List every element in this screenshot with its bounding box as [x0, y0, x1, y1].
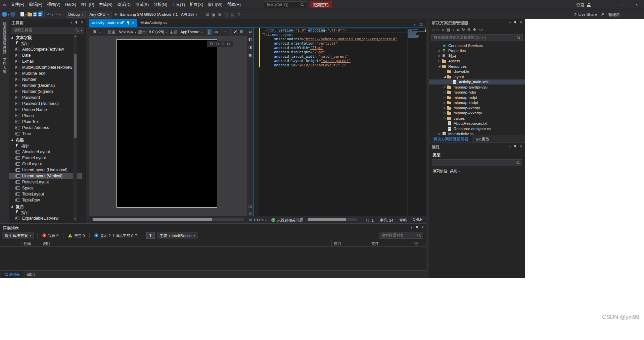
toolbox-item[interactable]: Date — [9, 52, 82, 58]
tree-item[interactable]: ▷mipmap-xxhdpi — [429, 105, 525, 111]
theme-dropdown-icon[interactable] — [201, 30, 203, 34]
toolbox-item[interactable]: Time — [9, 131, 82, 137]
fold-cell[interactable] — [261, 54, 266, 59]
quick-search-input[interactable] — [266, 2, 301, 7]
filter-button[interactable] — [146, 232, 155, 239]
swap-panes-icon[interactable]: ⇄ — [248, 30, 251, 34]
toolbox-item[interactable]: TableLayout — [9, 191, 82, 197]
panel-tab[interactable]: 输出 — [24, 271, 38, 278]
theme-value[interactable]: AppTheme — [180, 30, 199, 34]
menu-item[interactable]: 项目(P) — [78, 0, 96, 9]
navigate-forward-icon[interactable]: → — [10, 12, 15, 17]
warnings-filter-button[interactable]: 警告 0 — [67, 232, 86, 239]
forward-icon[interactable]: ▷ — [436, 27, 439, 32]
maximize-button[interactable]: □ — [614, 0, 629, 9]
error-search-box[interactable] — [379, 232, 423, 239]
toolbox-item[interactable]: 指针 — [9, 40, 82, 46]
designer-horizontal-scrollbar[interactable] — [89, 218, 247, 221]
tree-item[interactable]: ▷values — [429, 116, 525, 121]
toolbox-group-header[interactable]: ◢文本字段 — [9, 34, 82, 40]
panel-tab[interactable]: Git 更改 — [472, 135, 493, 143]
zoom-control[interactable]: ⊞ 100 % — [249, 218, 267, 222]
toolbox-item[interactable]: Password (Numeric) — [9, 101, 82, 107]
toolbox-item[interactable]: MultiAutoCompleteTextView — [9, 64, 82, 70]
column-icon[interactable] — [0, 240, 21, 246]
new-item-icon[interactable] — [20, 12, 24, 16]
tree-item[interactable]: ◢layout — [429, 74, 525, 79]
toolbox-item[interactable]: 指针 — [9, 209, 82, 215]
sign-in-button[interactable]: 登录 — [576, 2, 591, 8]
tree-expander-icon[interactable]: ◢ — [443, 75, 447, 78]
toolbox-item[interactable]: Person Name — [9, 107, 82, 113]
toolbox-item[interactable]: Password — [9, 95, 82, 101]
toolbox-item[interactable]: AutoCompleteTextView — [9, 46, 82, 52]
toolbox-search-box[interactable] — [11, 27, 84, 34]
toolbox-item[interactable]: Number — [9, 76, 82, 82]
tree-item[interactable]: Connected Services — [429, 43, 525, 48]
document-tab[interactable]: activity_main.xml* — [89, 19, 137, 27]
code-editor[interactable]: <?xml version="1.0" encoding="utf-8"?><L… — [266, 27, 407, 216]
tree-expander-icon[interactable]: ▷ — [443, 96, 447, 99]
split-left-icon[interactable]: ◧ — [248, 37, 252, 42]
split-vertical-icon[interactable]: ◫ — [248, 204, 252, 208]
pending-changes-icon[interactable]: ↕ — [452, 27, 454, 32]
solution-explorer-header[interactable]: 解决方案资源管理器 — [429, 19, 525, 26]
zoom-in-icon[interactable]: ⊕ — [221, 42, 225, 46]
settings-icon[interactable]: ⚙ — [236, 12, 242, 17]
tree-item[interactable]: drawable — [429, 69, 525, 74]
quick-search-box[interactable] — [264, 1, 306, 8]
redo-icon[interactable]: ↷ — [54, 12, 58, 17]
menu-item[interactable]: 扩展(X) — [187, 0, 205, 9]
tree-expander-icon[interactable]: ◢ — [437, 65, 442, 68]
menu-item[interactable]: 帮助(H) — [225, 0, 243, 9]
code-folding-margin[interactable]: - — [261, 27, 266, 216]
device-dropdown-icon[interactable] — [135, 30, 136, 34]
column-header[interactable]: 行 — [412, 240, 426, 246]
toolbox-search-input[interactable] — [13, 28, 74, 33]
edit-icon[interactable] — [233, 30, 237, 34]
menu-item[interactable]: 调试(D) — [114, 0, 133, 9]
scroll-up-icon[interactable]: ▲ — [73, 34, 77, 38]
toolbox-item[interactable]: Phone — [9, 113, 82, 119]
toolbox-scrollbar[interactable]: ▲ ▼ — [73, 34, 77, 221]
device-preview-canvas[interactable] — [117, 39, 217, 208]
tree-item[interactable]: AboutResources.txt — [429, 121, 525, 126]
fold-cell[interactable] — [261, 63, 266, 67]
column-header[interactable]: 项目 — [332, 240, 369, 246]
back-dropdown-icon[interactable] — [8, 12, 9, 17]
share-icon[interactable]: ↗ — [601, 12, 604, 17]
document-tab[interactable]: MainActivity.cs — [137, 19, 170, 27]
toolbox-item[interactable]: Postal Address — [9, 125, 82, 131]
version-value[interactable]: 9.0 (v28) — [149, 30, 164, 34]
document-health-indicator[interactable]: ✓ 未找到相关问题 — [271, 217, 303, 223]
tree-expander-icon[interactable]: ▷ — [437, 54, 442, 57]
switch-views-icon[interactable]: ▤ — [447, 27, 450, 32]
toolbox-item[interactable]: AbsoluteLayout — [9, 149, 82, 155]
menu-item[interactable]: 工具(T) — [170, 0, 187, 9]
menu-item[interactable]: 窗口(W) — [205, 0, 225, 9]
pane-splitter[interactable]: ⇄◧◨▣◫⊟ — [247, 27, 254, 216]
menu-item[interactable]: Git(G) — [63, 0, 79, 9]
pin-icon[interactable] — [127, 21, 130, 25]
grid-settings-dropdown-icon[interactable] — [99, 30, 101, 34]
window-position-icon[interactable] — [71, 20, 72, 25]
toolbox-item[interactable]: Number (Signed) — [9, 89, 82, 95]
toolbox-item[interactable]: Number (Decimal) — [9, 82, 82, 89]
close-icon[interactable] — [520, 20, 522, 25]
window-position-icon[interactable] — [509, 20, 511, 25]
open-folder-icon[interactable] — [28, 13, 32, 16]
zoom-dropdown-icon[interactable] — [265, 218, 267, 222]
panel-tab[interactable]: 解决方案资源管理器 — [430, 135, 472, 143]
tree-expander-icon[interactable]: ▷ — [443, 117, 447, 120]
split-right-icon[interactable]: ◨ — [248, 45, 252, 49]
layout-grid-icon[interactable]: ⊞ — [217, 12, 223, 17]
toolbox-item[interactable]: LinearLayout (Horizontal) — [9, 167, 82, 173]
fold-cell[interactable] — [261, 50, 266, 54]
toolbox-item[interactable]: FrameLayout — [9, 155, 82, 161]
panel-tab[interactable]: 错误列表 — [1, 271, 23, 278]
tree-item[interactable]: ▷mipmap-xhdpi — [429, 100, 525, 106]
fold-cell[interactable]: - — [261, 33, 266, 37]
tree-item[interactable]: ▷Assets — [429, 59, 525, 64]
tree-item[interactable]: ▷引用 — [429, 53, 525, 59]
scope-dropdown[interactable]: 整个解决方案 — [2, 232, 34, 239]
